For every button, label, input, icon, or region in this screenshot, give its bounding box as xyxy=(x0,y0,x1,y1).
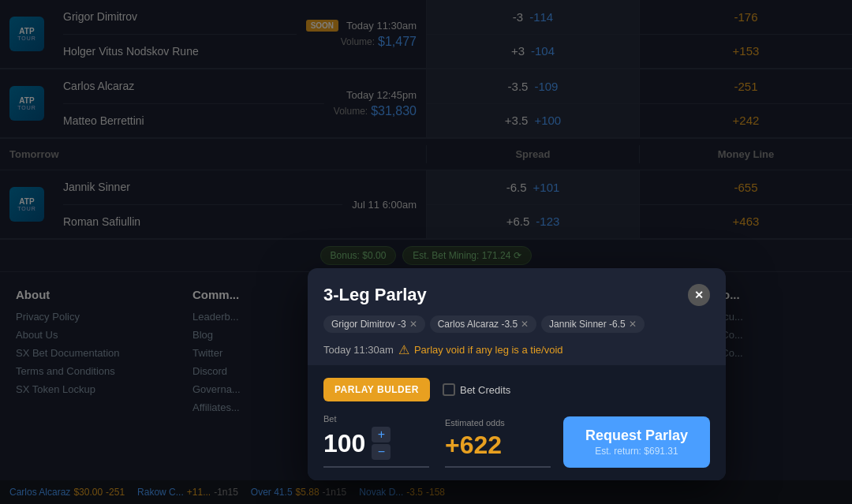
modal-bet-section: Bet 100 + − Estimated odds +622 xyxy=(308,414,726,480)
bet-stepper[interactable]: + − xyxy=(372,427,390,460)
close-button[interactable]: ✕ xyxy=(688,284,710,306)
parlay-builder-tab[interactable]: PARLAY BULDER xyxy=(323,378,430,401)
leg-chip-1: Grigor Dimitrov -3 ✕ xyxy=(323,315,425,333)
leg-chip-2: Carlos Alcaraz -3.5 ✕ xyxy=(430,315,536,333)
leg-chip-1-remove[interactable]: ✕ xyxy=(409,319,417,330)
bet-credits-label: Bet Credits xyxy=(460,384,510,396)
bet-label: Bet xyxy=(323,414,429,424)
odds-label: Estimated odds xyxy=(445,418,551,427)
modal-title: 3-Leg Parlay xyxy=(323,285,427,305)
bet-amount-section: Bet 100 + − xyxy=(323,414,429,468)
bet-credits-toggle[interactable]: Bet Credits xyxy=(443,383,510,396)
bet-amount-value: 100 xyxy=(323,429,365,458)
warning-icon: ⚠ xyxy=(398,342,409,357)
request-parlay-button[interactable]: Request Parlay Est. return: $691.31 xyxy=(563,416,710,468)
stepper-up[interactable]: + xyxy=(372,427,390,442)
parlay-modal: 3-Leg Parlay ✕ Grigor Dimitrov -3 ✕ Carl… xyxy=(308,268,726,480)
leg-chip-3-label: Jannik Sinner -6.5 xyxy=(549,319,626,330)
stepper-down[interactable]: − xyxy=(372,444,390,460)
modal-overlay: 3-Leg Parlay ✕ Grigor Dimitrov -3 ✕ Carl… xyxy=(0,0,852,504)
odds-divider xyxy=(445,466,551,468)
main-content: ATP TOUR Grigor Dimitrov Holger Vitus No… xyxy=(0,0,852,504)
leg-chip-2-remove[interactable]: ✕ xyxy=(521,319,529,330)
odds-section: Estimated odds +622 xyxy=(429,418,551,468)
leg-chip-1-label: Grigor Dimitrov -3 xyxy=(331,319,406,330)
modal-header: 3-Leg Parlay ✕ xyxy=(308,268,726,315)
bet-amount-row: 100 + − xyxy=(323,427,429,460)
odds-value: +622 xyxy=(445,431,551,460)
leg-chip-2-label: Carlos Alcaraz -3.5 xyxy=(438,319,518,330)
est-return-label: Est. return: $691.31 xyxy=(585,446,688,457)
void-text: Parlay void if any leg is a tie/void xyxy=(414,344,563,356)
modal-body-tabs: PARLAY BULDER Bet Credits xyxy=(308,365,726,414)
modal-legs: Grigor Dimitrov -3 ✕ Carlos Alcaraz -3.5… xyxy=(308,315,726,339)
modal-time: Today 11:30am xyxy=(323,344,394,356)
leg-chip-3: Jannik Sinner -6.5 ✕ xyxy=(541,315,645,333)
bet-credits-checkbox[interactable] xyxy=(443,383,455,396)
modal-void-warning: Today 11:30am ⚠ Parlay void if any leg i… xyxy=(308,339,726,365)
request-btn-label: Request Parlay xyxy=(585,427,688,444)
leg-chip-3-remove[interactable]: ✕ xyxy=(629,319,637,330)
bet-divider xyxy=(323,466,429,468)
